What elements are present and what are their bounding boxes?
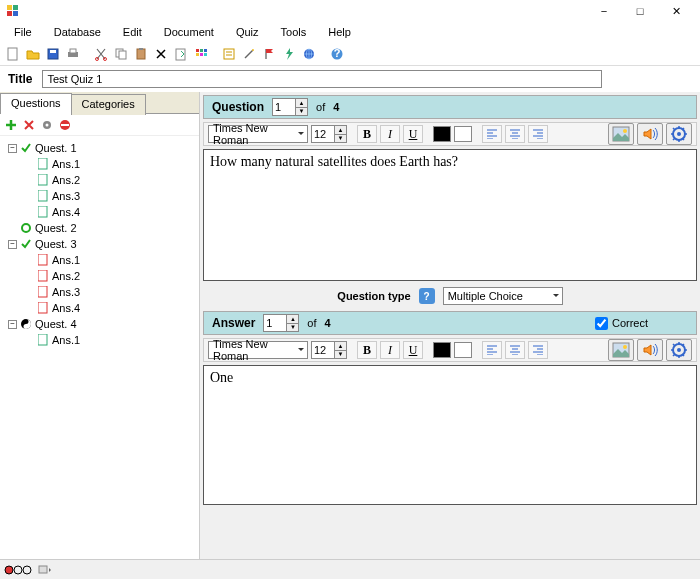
menu-tools[interactable]: Tools xyxy=(271,24,317,40)
answer-editor[interactable]: One xyxy=(203,365,697,505)
tree-quest-1[interactable]: Quest. 1 xyxy=(35,142,77,154)
menu-quiz[interactable]: Quiz xyxy=(226,24,269,40)
export-icon[interactable] xyxy=(172,45,190,63)
page-icon xyxy=(36,254,50,266)
answer-number-input[interactable] xyxy=(266,317,284,329)
question-type-row: Question type ? Multiple Choice xyxy=(203,284,697,308)
font-size-spinner[interactable]: ▲▼ xyxy=(311,341,347,359)
add-icon[interactable] xyxy=(4,118,18,132)
form-icon[interactable] xyxy=(220,45,238,63)
bg-color-button[interactable] xyxy=(454,342,472,358)
cut-icon[interactable] xyxy=(92,45,110,63)
question-type-combo[interactable]: Multiple Choice xyxy=(443,287,563,305)
svg-rect-37 xyxy=(38,254,47,265)
align-left-button[interactable] xyxy=(482,341,502,359)
tree-quest-3[interactable]: Quest. 3 xyxy=(35,238,77,250)
font-size-spinner[interactable]: ▲▼ xyxy=(311,125,347,143)
new-icon[interactable] xyxy=(4,45,22,63)
menu-database[interactable]: Database xyxy=(44,24,111,40)
svg-rect-16 xyxy=(196,49,199,52)
font-size-input[interactable] xyxy=(314,344,332,356)
italic-button[interactable]: I xyxy=(380,125,400,143)
color-grid-icon[interactable] xyxy=(192,45,210,63)
flag-icon[interactable] xyxy=(260,45,278,63)
font-family-combo[interactable]: Times New Roman xyxy=(208,341,308,359)
bg-color-button[interactable] xyxy=(454,126,472,142)
tree-ans[interactable]: Ans.4 xyxy=(52,206,80,218)
wand-icon[interactable] xyxy=(240,45,258,63)
bolt-icon[interactable] xyxy=(280,45,298,63)
tree-ans[interactable]: Ans.3 xyxy=(52,190,80,202)
main-toolbar: ? xyxy=(0,42,700,66)
help-icon[interactable]: ? xyxy=(328,45,346,63)
tree-ans[interactable]: Ans.2 xyxy=(52,174,80,186)
gear-icon[interactable] xyxy=(40,118,54,132)
menu-help[interactable]: Help xyxy=(318,24,361,40)
answer-number-spinner[interactable]: ▲▼ xyxy=(263,314,299,332)
paste-icon[interactable] xyxy=(132,45,150,63)
correct-checkbox[interactable] xyxy=(595,317,608,330)
remove-icon[interactable] xyxy=(22,118,36,132)
copy-icon[interactable] xyxy=(112,45,130,63)
font-family-combo[interactable]: Times New Roman xyxy=(208,125,308,143)
svg-rect-19 xyxy=(196,53,199,56)
tab-categories[interactable]: Categories xyxy=(71,94,146,115)
bold-button[interactable]: B xyxy=(357,125,377,143)
open-icon[interactable] xyxy=(24,45,42,63)
svg-rect-4 xyxy=(8,48,17,60)
forbid-icon[interactable] xyxy=(58,118,72,132)
svg-point-29 xyxy=(46,123,49,126)
tree-ans[interactable]: Ans.1 xyxy=(52,334,80,346)
align-center-button[interactable] xyxy=(505,125,525,143)
bold-button[interactable]: B xyxy=(357,341,377,359)
question-number-spinner[interactable]: ▲▼ xyxy=(272,98,308,116)
settings-button[interactable] xyxy=(666,123,692,145)
question-editor[interactable]: How many natural satellites does Earth h… xyxy=(203,149,697,281)
circle-icon xyxy=(19,222,33,234)
align-right-button[interactable] xyxy=(528,125,548,143)
tree-ans[interactable]: Ans.1 xyxy=(52,158,80,170)
menu-document[interactable]: Document xyxy=(154,24,224,40)
globe-icon[interactable] xyxy=(300,45,318,63)
svg-rect-31 xyxy=(61,124,69,126)
sound-button[interactable] xyxy=(637,339,663,361)
minimize-button[interactable]: − xyxy=(586,0,622,22)
italic-button[interactable]: I xyxy=(380,341,400,359)
svg-rect-6 xyxy=(50,50,56,53)
sound-button[interactable] xyxy=(637,123,663,145)
title-input[interactable] xyxy=(42,70,602,88)
spin-down-icon[interactable]: ▼ xyxy=(295,108,307,116)
tree-quest-2[interactable]: Quest. 2 xyxy=(35,222,77,234)
tab-questions[interactable]: Questions xyxy=(0,93,72,114)
tree-ans[interactable]: Ans.3 xyxy=(52,286,80,298)
delete-icon[interactable] xyxy=(152,45,170,63)
correct-label: Correct xyxy=(612,317,648,329)
underline-button[interactable]: U xyxy=(403,341,423,359)
answer-header: Answer ▲▼ of 4 Correct xyxy=(203,311,697,335)
settings-button[interactable] xyxy=(666,339,692,361)
help-small-icon[interactable]: ? xyxy=(419,288,435,304)
align-left-button[interactable] xyxy=(482,125,502,143)
status-drop-icon[interactable] xyxy=(38,564,52,576)
menu-file[interactable]: File xyxy=(4,24,42,40)
tree-ans[interactable]: Ans.2 xyxy=(52,270,80,282)
tree-ans[interactable]: Ans.1 xyxy=(52,254,80,266)
save-icon[interactable] xyxy=(44,45,62,63)
print-icon[interactable] xyxy=(64,45,82,63)
font-size-input[interactable] xyxy=(314,128,332,140)
spin-up-icon[interactable]: ▲ xyxy=(295,99,307,108)
tree-ans[interactable]: Ans.4 xyxy=(52,302,80,314)
menu-edit[interactable]: Edit xyxy=(113,24,152,40)
text-color-button[interactable] xyxy=(433,342,451,358)
maximize-button[interactable]: □ xyxy=(622,0,658,22)
align-center-button[interactable] xyxy=(505,341,525,359)
underline-button[interactable]: U xyxy=(403,125,423,143)
align-right-button[interactable] xyxy=(528,341,548,359)
tree-quest-4[interactable]: Quest. 4 xyxy=(35,318,77,330)
close-button[interactable]: ✕ xyxy=(658,0,694,22)
question-number-input[interactable] xyxy=(275,101,293,113)
question-tree[interactable]: −Quest. 1 Ans.1 Ans.2 Ans.3 Ans.4 Quest.… xyxy=(0,136,199,559)
text-color-button[interactable] xyxy=(433,126,451,142)
image-button[interactable] xyxy=(608,123,634,145)
image-button[interactable] xyxy=(608,339,634,361)
